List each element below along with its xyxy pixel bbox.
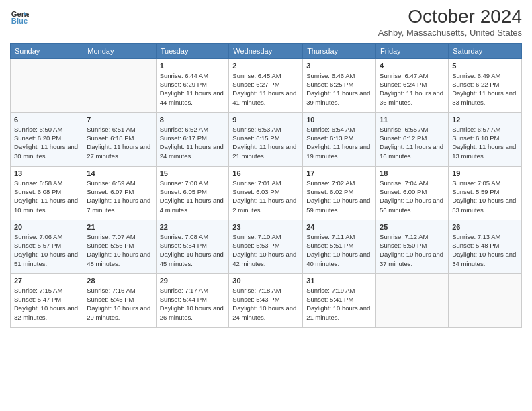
day-number: 19 <box>452 169 518 177</box>
calendar-cell: 29Sunrise: 7:17 AMSunset: 5:44 PMDayligh… <box>156 273 229 327</box>
day-info: Sunrise: 7:04 AMSunset: 6:00 PMDaylight:… <box>380 179 445 214</box>
calendar-cell: 3Sunrise: 6:46 AMSunset: 6:25 PMDaylight… <box>303 58 376 112</box>
logo: General Blue <box>10 7 29 26</box>
header-sunday: Sunday <box>11 43 83 58</box>
day-info: Sunrise: 6:46 AMSunset: 6:25 PMDaylight:… <box>306 71 372 107</box>
day-number: 14 <box>87 169 152 177</box>
day-info: Sunrise: 7:18 AMSunset: 5:43 PMDaylight:… <box>232 286 299 322</box>
day-number: 3 <box>306 62 372 70</box>
calendar-cell <box>449 273 522 327</box>
calendar-cell: 7Sunrise: 6:51 AMSunset: 6:18 PMDaylight… <box>83 112 156 166</box>
calendar-cell: 25Sunrise: 7:12 AMSunset: 5:50 PMDayligh… <box>376 220 449 273</box>
calendar-cell: 1Sunrise: 6:44 AMSunset: 6:29 PMDaylight… <box>156 58 229 112</box>
header-tuesday: Tuesday <box>156 43 229 58</box>
day-number: 6 <box>14 116 79 124</box>
day-number: 31 <box>306 277 372 285</box>
calendar-cell: 12Sunrise: 6:57 AMSunset: 6:10 PMDayligh… <box>449 112 522 166</box>
week-row-4: 20Sunrise: 7:06 AMSunset: 5:57 PMDayligh… <box>11 220 522 273</box>
calendar-cell: 16Sunrise: 7:01 AMSunset: 6:03 PMDayligh… <box>229 166 303 220</box>
day-number: 9 <box>232 116 299 124</box>
day-number: 20 <box>14 223 79 231</box>
day-number: 5 <box>452 62 518 70</box>
calendar-cell: 31Sunrise: 7:19 AMSunset: 5:41 PMDayligh… <box>303 273 376 327</box>
day-number: 22 <box>160 223 226 231</box>
day-info: Sunrise: 6:45 AMSunset: 6:27 PMDaylight:… <box>232 71 299 107</box>
calendar-cell: 8Sunrise: 6:52 AMSunset: 6:17 PMDaylight… <box>156 112 229 166</box>
week-row-5: 27Sunrise: 7:15 AMSunset: 5:47 PMDayligh… <box>11 273 522 327</box>
calendar-cell: 18Sunrise: 7:04 AMSunset: 6:00 PMDayligh… <box>376 166 449 220</box>
calendar-cell: 26Sunrise: 7:13 AMSunset: 5:48 PMDayligh… <box>449 220 522 273</box>
day-info: Sunrise: 6:57 AMSunset: 6:10 PMDaylight:… <box>452 125 518 161</box>
calendar-cell: 2Sunrise: 6:45 AMSunset: 6:27 PMDaylight… <box>229 58 303 112</box>
day-info: Sunrise: 7:19 AMSunset: 5:41 PMDaylight:… <box>306 286 372 322</box>
day-number: 15 <box>160 169 226 177</box>
calendar-cell: 9Sunrise: 6:53 AMSunset: 6:15 PMDaylight… <box>229 112 303 166</box>
calendar-cell: 21Sunrise: 7:07 AMSunset: 5:56 PMDayligh… <box>83 220 156 273</box>
calendar-cell <box>11 58 83 112</box>
day-info: Sunrise: 6:54 AMSunset: 6:13 PMDaylight:… <box>306 125 372 161</box>
header-friday: Friday <box>376 43 449 58</box>
calendar-cell: 22Sunrise: 7:08 AMSunset: 5:54 PMDayligh… <box>156 220 229 273</box>
day-info: Sunrise: 7:16 AMSunset: 5:45 PMDaylight:… <box>87 286 152 322</box>
week-row-3: 13Sunrise: 6:58 AMSunset: 6:08 PMDayligh… <box>11 166 522 220</box>
title-area: October 2024 Ashby, Massachusetts, Unite… <box>378 7 522 38</box>
day-info: Sunrise: 6:53 AMSunset: 6:15 PMDaylight:… <box>232 125 299 161</box>
day-number: 13 <box>14 169 79 177</box>
day-info: Sunrise: 6:58 AMSunset: 6:08 PMDaylight:… <box>14 179 79 214</box>
calendar-cell: 14Sunrise: 6:59 AMSunset: 6:07 PMDayligh… <box>83 166 156 220</box>
day-info: Sunrise: 6:50 AMSunset: 6:20 PMDaylight:… <box>14 125 79 161</box>
day-info: Sunrise: 7:00 AMSunset: 6:05 PMDaylight:… <box>160 179 226 214</box>
week-row-2: 6Sunrise: 6:50 AMSunset: 6:20 PMDaylight… <box>11 112 522 166</box>
calendar-cell <box>376 273 449 327</box>
day-info: Sunrise: 7:06 AMSunset: 5:57 PMDaylight:… <box>14 232 79 268</box>
day-info: Sunrise: 7:11 AMSunset: 5:51 PMDaylight:… <box>306 232 372 268</box>
calendar-cell: 20Sunrise: 7:06 AMSunset: 5:57 PMDayligh… <box>11 220 83 273</box>
calendar-cell: 24Sunrise: 7:11 AMSunset: 5:51 PMDayligh… <box>303 220 376 273</box>
day-info: Sunrise: 6:49 AMSunset: 6:22 PMDaylight:… <box>452 71 518 107</box>
day-number: 26 <box>452 223 518 231</box>
day-number: 16 <box>232 169 299 177</box>
calendar-cell: 19Sunrise: 7:05 AMSunset: 5:59 PMDayligh… <box>449 166 522 220</box>
day-number: 29 <box>160 277 226 285</box>
calendar-cell: 23Sunrise: 7:10 AMSunset: 5:53 PMDayligh… <box>229 220 303 273</box>
calendar-cell: 5Sunrise: 6:49 AMSunset: 6:22 PMDaylight… <box>449 58 522 112</box>
day-number: 2 <box>232 62 299 70</box>
day-number: 10 <box>306 116 372 124</box>
calendar-header-row: Sunday Monday Tuesday Wednesday Thursday… <box>11 43 522 58</box>
page: General Blue October 2024 Ashby, Massach… <box>0 0 532 411</box>
logo-icon: General Blue <box>10 7 29 26</box>
day-info: Sunrise: 7:15 AMSunset: 5:47 PMDaylight:… <box>14 286 79 322</box>
calendar-cell: 11Sunrise: 6:55 AMSunset: 6:12 PMDayligh… <box>376 112 449 166</box>
day-number: 11 <box>380 116 445 124</box>
day-number: 24 <box>306 223 372 231</box>
day-number: 30 <box>232 277 299 285</box>
day-number: 27 <box>14 277 79 285</box>
header-thursday: Thursday <box>303 43 376 58</box>
day-info: Sunrise: 7:12 AMSunset: 5:50 PMDaylight:… <box>380 232 445 268</box>
day-info: Sunrise: 6:51 AMSunset: 6:18 PMDaylight:… <box>87 125 152 161</box>
day-info: Sunrise: 7:17 AMSunset: 5:44 PMDaylight:… <box>160 286 226 322</box>
header: General Blue October 2024 Ashby, Massach… <box>10 7 522 38</box>
day-number: 12 <box>452 116 518 124</box>
day-number: 21 <box>87 223 152 231</box>
day-info: Sunrise: 7:02 AMSunset: 6:02 PMDaylight:… <box>306 179 372 214</box>
calendar-cell: 15Sunrise: 7:00 AMSunset: 6:05 PMDayligh… <box>156 166 229 220</box>
day-info: Sunrise: 6:55 AMSunset: 6:12 PMDaylight:… <box>380 125 445 161</box>
day-info: Sunrise: 6:59 AMSunset: 6:07 PMDaylight:… <box>87 179 152 214</box>
day-info: Sunrise: 6:52 AMSunset: 6:17 PMDaylight:… <box>160 125 226 161</box>
calendar: Sunday Monday Tuesday Wednesday Thursday… <box>10 43 522 328</box>
day-info: Sunrise: 6:44 AMSunset: 6:29 PMDaylight:… <box>160 71 226 107</box>
day-number: 4 <box>380 62 445 70</box>
day-number: 7 <box>87 116 152 124</box>
svg-text:Blue: Blue <box>11 17 28 25</box>
day-info: Sunrise: 6:47 AMSunset: 6:24 PMDaylight:… <box>380 71 445 107</box>
month-title: October 2024 <box>378 7 522 28</box>
calendar-cell: 13Sunrise: 6:58 AMSunset: 6:08 PMDayligh… <box>11 166 83 220</box>
header-monday: Monday <box>83 43 156 58</box>
day-info: Sunrise: 7:01 AMSunset: 6:03 PMDaylight:… <box>232 179 299 214</box>
calendar-cell: 30Sunrise: 7:18 AMSunset: 5:43 PMDayligh… <box>229 273 303 327</box>
header-saturday: Saturday <box>449 43 522 58</box>
calendar-cell: 6Sunrise: 6:50 AMSunset: 6:20 PMDaylight… <box>11 112 83 166</box>
day-info: Sunrise: 7:10 AMSunset: 5:53 PMDaylight:… <box>232 232 299 268</box>
day-info: Sunrise: 7:05 AMSunset: 5:59 PMDaylight:… <box>452 179 518 214</box>
